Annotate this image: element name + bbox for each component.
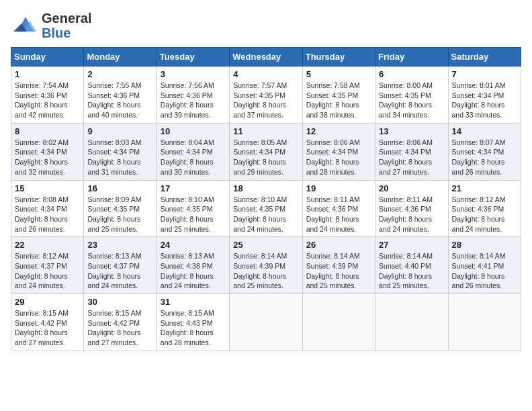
day-number: 1 bbox=[15, 69, 80, 79]
calendar-cell: 6 Sunrise: 8:00 AM Sunset: 4:35 PM Dayli… bbox=[375, 66, 448, 124]
calendar-cell: 8 Sunrise: 8:02 AM Sunset: 4:34 PM Dayli… bbox=[11, 123, 84, 180]
calendar-cell: 17 Sunrise: 8:10 AM Sunset: 4:35 PM Dayl… bbox=[157, 180, 229, 237]
day-number: 3 bbox=[161, 69, 226, 79]
calendar-cell: 18 Sunrise: 8:10 AM Sunset: 4:35 PM Dayl… bbox=[230, 180, 302, 237]
day-number: 7 bbox=[452, 69, 517, 79]
calendar-week-3: 15 Sunrise: 8:08 AM Sunset: 4:34 PM Dayl… bbox=[11, 180, 521, 237]
calendar-cell: 3 Sunrise: 7:56 AM Sunset: 4:36 PM Dayli… bbox=[157, 66, 229, 124]
calendar-week-2: 8 Sunrise: 8:02 AM Sunset: 4:34 PM Dayli… bbox=[11, 123, 521, 180]
calendar-cell: 26 Sunrise: 8:14 AM Sunset: 4:39 PM Dayl… bbox=[302, 237, 375, 294]
calendar-cell: 11 Sunrise: 8:05 AM Sunset: 4:34 PM Dayl… bbox=[230, 123, 302, 180]
day-info: Sunrise: 7:58 AM Sunset: 4:35 PM Dayligh… bbox=[306, 81, 371, 120]
day-number: 9 bbox=[87, 126, 152, 136]
logo-text: General Blue bbox=[42, 11, 91, 40]
logo-blue: Blue bbox=[42, 26, 71, 40]
day-number: 25 bbox=[233, 240, 298, 250]
day-info: Sunrise: 8:09 AM Sunset: 4:35 PM Dayligh… bbox=[87, 195, 152, 234]
day-info: Sunrise: 7:56 AM Sunset: 4:36 PM Dayligh… bbox=[161, 81, 226, 120]
calendar-cell: 13 Sunrise: 8:06 AM Sunset: 4:34 PM Dayl… bbox=[375, 123, 448, 180]
calendar-week-1: 1 Sunrise: 7:54 AM Sunset: 4:36 PM Dayli… bbox=[11, 66, 521, 124]
day-info: Sunrise: 8:15 AM Sunset: 4:43 PM Dayligh… bbox=[161, 308, 226, 348]
calendar-cell bbox=[230, 294, 302, 351]
day-info: Sunrise: 8:00 AM Sunset: 4:35 PM Dayligh… bbox=[379, 81, 444, 120]
day-number: 20 bbox=[379, 183, 444, 193]
day-number: 23 bbox=[87, 240, 152, 250]
day-number: 5 bbox=[306, 69, 371, 79]
page-header: General Blue bbox=[11, 11, 521, 40]
day-info: Sunrise: 8:15 AM Sunset: 4:42 PM Dayligh… bbox=[15, 308, 80, 348]
day-info: Sunrise: 7:54 AM Sunset: 4:36 PM Dayligh… bbox=[15, 81, 80, 120]
day-info: Sunrise: 8:14 AM Sunset: 4:39 PM Dayligh… bbox=[233, 251, 298, 291]
calendar-cell: 14 Sunrise: 8:07 AM Sunset: 4:34 PM Dayl… bbox=[448, 123, 521, 180]
day-info: Sunrise: 8:14 AM Sunset: 4:41 PM Dayligh… bbox=[452, 251, 517, 291]
calendar-cell: 1 Sunrise: 7:54 AM Sunset: 4:36 PM Dayli… bbox=[11, 66, 84, 124]
col-header-saturday: Saturday bbox=[448, 48, 521, 66]
day-number: 30 bbox=[87, 297, 152, 307]
calendar-cell: 21 Sunrise: 8:12 AM Sunset: 4:36 PM Dayl… bbox=[448, 180, 521, 237]
calendar-cell: 23 Sunrise: 8:13 AM Sunset: 4:37 PM Dayl… bbox=[84, 237, 157, 294]
calendar-cell: 9 Sunrise: 8:03 AM Sunset: 4:34 PM Dayli… bbox=[84, 123, 157, 180]
day-number: 19 bbox=[306, 183, 371, 193]
calendar-cell: 15 Sunrise: 8:08 AM Sunset: 4:34 PM Dayl… bbox=[11, 180, 84, 237]
day-number: 12 bbox=[306, 126, 371, 136]
day-info: Sunrise: 8:12 AM Sunset: 4:37 PM Dayligh… bbox=[15, 251, 80, 291]
col-header-sunday: Sunday bbox=[11, 48, 84, 66]
col-header-wednesday: Wednesday bbox=[230, 48, 302, 66]
day-info: Sunrise: 8:06 AM Sunset: 4:34 PM Dayligh… bbox=[379, 138, 444, 177]
day-number: 17 bbox=[161, 183, 226, 193]
day-info: Sunrise: 8:13 AM Sunset: 4:37 PM Dayligh… bbox=[87, 251, 152, 291]
day-info: Sunrise: 8:06 AM Sunset: 4:34 PM Dayligh… bbox=[306, 138, 371, 177]
day-number: 24 bbox=[161, 240, 226, 250]
day-number: 21 bbox=[452, 183, 517, 193]
calendar-cell bbox=[302, 294, 375, 351]
col-header-tuesday: Tuesday bbox=[157, 48, 229, 66]
calendar-cell: 19 Sunrise: 8:11 AM Sunset: 4:36 PM Dayl… bbox=[302, 180, 375, 237]
calendar-week-5: 29 Sunrise: 8:15 AM Sunset: 4:42 PM Dayl… bbox=[11, 294, 521, 351]
day-info: Sunrise: 8:11 AM Sunset: 4:36 PM Dayligh… bbox=[306, 195, 371, 234]
day-info: Sunrise: 8:01 AM Sunset: 4:34 PM Dayligh… bbox=[452, 81, 517, 120]
day-number: 26 bbox=[306, 240, 371, 250]
calendar-cell: 24 Sunrise: 8:13 AM Sunset: 4:38 PM Dayl… bbox=[157, 237, 229, 294]
day-info: Sunrise: 8:04 AM Sunset: 4:34 PM Dayligh… bbox=[161, 138, 226, 177]
calendar-cell: 29 Sunrise: 8:15 AM Sunset: 4:42 PM Dayl… bbox=[11, 294, 84, 351]
calendar-cell bbox=[375, 294, 448, 351]
day-info: Sunrise: 8:15 AM Sunset: 4:42 PM Dayligh… bbox=[87, 308, 152, 348]
calendar-cell: 4 Sunrise: 7:57 AM Sunset: 4:35 PM Dayli… bbox=[230, 66, 302, 124]
day-number: 4 bbox=[233, 69, 298, 79]
logo-general: General bbox=[42, 11, 91, 26]
day-info: Sunrise: 7:55 AM Sunset: 4:36 PM Dayligh… bbox=[87, 81, 152, 120]
day-number: 10 bbox=[161, 126, 226, 136]
calendar-header-row: SundayMondayTuesdayWednesdayThursdayFrid… bbox=[11, 48, 521, 66]
logo: General Blue bbox=[11, 11, 91, 40]
day-info: Sunrise: 8:03 AM Sunset: 4:34 PM Dayligh… bbox=[87, 138, 152, 177]
logo-icon bbox=[11, 11, 39, 40]
calendar-cell: 16 Sunrise: 8:09 AM Sunset: 4:35 PM Dayl… bbox=[84, 180, 157, 237]
calendar-cell: 30 Sunrise: 8:15 AM Sunset: 4:42 PM Dayl… bbox=[84, 294, 157, 351]
calendar-cell: 2 Sunrise: 7:55 AM Sunset: 4:36 PM Dayli… bbox=[84, 66, 157, 124]
day-info: Sunrise: 8:02 AM Sunset: 4:34 PM Dayligh… bbox=[15, 138, 80, 177]
day-number: 28 bbox=[452, 240, 517, 250]
calendar-cell: 28 Sunrise: 8:14 AM Sunset: 4:41 PM Dayl… bbox=[448, 237, 521, 294]
day-info: Sunrise: 8:14 AM Sunset: 4:40 PM Dayligh… bbox=[379, 251, 444, 291]
day-number: 15 bbox=[15, 183, 80, 193]
calendar-cell: 22 Sunrise: 8:12 AM Sunset: 4:37 PM Dayl… bbox=[11, 237, 84, 294]
day-info: Sunrise: 8:07 AM Sunset: 4:34 PM Dayligh… bbox=[452, 138, 517, 177]
day-number: 27 bbox=[379, 240, 444, 250]
calendar-cell: 5 Sunrise: 7:58 AM Sunset: 4:35 PM Dayli… bbox=[302, 66, 375, 124]
calendar-cell: 27 Sunrise: 8:14 AM Sunset: 4:40 PM Dayl… bbox=[375, 237, 448, 294]
day-info: Sunrise: 8:08 AM Sunset: 4:34 PM Dayligh… bbox=[15, 195, 80, 234]
col-header-thursday: Thursday bbox=[302, 48, 375, 66]
day-info: Sunrise: 8:11 AM Sunset: 4:36 PM Dayligh… bbox=[379, 195, 444, 234]
calendar-cell: 10 Sunrise: 8:04 AM Sunset: 4:34 PM Dayl… bbox=[157, 123, 229, 180]
calendar-cell: 20 Sunrise: 8:11 AM Sunset: 4:36 PM Dayl… bbox=[375, 180, 448, 237]
day-number: 18 bbox=[233, 183, 298, 193]
calendar-cell: 31 Sunrise: 8:15 AM Sunset: 4:43 PM Dayl… bbox=[157, 294, 229, 351]
day-number: 2 bbox=[87, 69, 152, 79]
day-number: 29 bbox=[15, 297, 80, 307]
day-number: 14 bbox=[452, 126, 517, 136]
calendar-cell: 12 Sunrise: 8:06 AM Sunset: 4:34 PM Dayl… bbox=[302, 123, 375, 180]
calendar-cell bbox=[448, 294, 521, 351]
day-info: Sunrise: 8:12 AM Sunset: 4:36 PM Dayligh… bbox=[452, 195, 517, 234]
day-info: Sunrise: 8:14 AM Sunset: 4:39 PM Dayligh… bbox=[306, 251, 371, 291]
day-number: 16 bbox=[87, 183, 152, 193]
